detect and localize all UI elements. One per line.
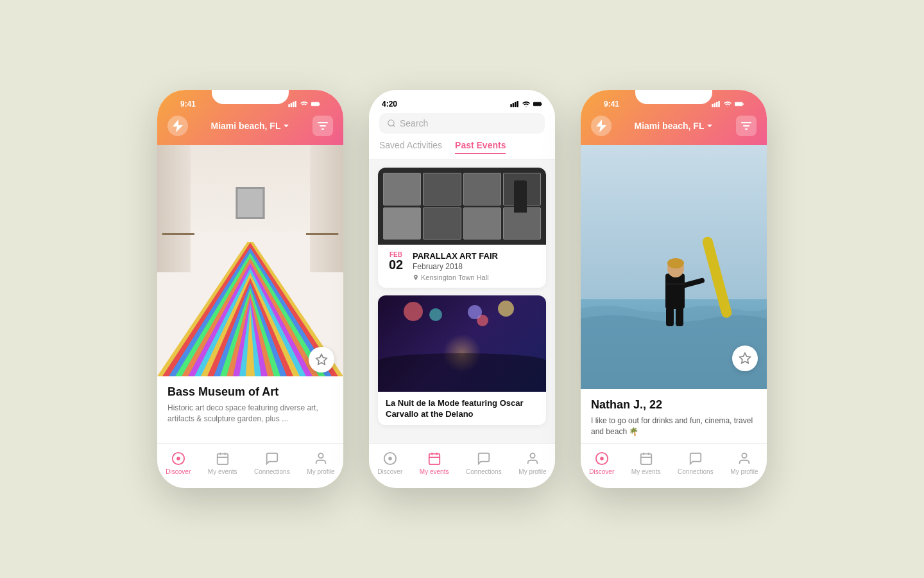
battery-icon-1	[311, 101, 320, 107]
nav-connections-3[interactable]: Connections	[678, 451, 714, 475]
nav-profile-3[interactable]: My profile	[730, 451, 758, 475]
svg-rect-64	[676, 307, 683, 326]
svg-rect-1	[291, 103, 293, 107]
frame-5	[383, 207, 421, 240]
wall-artwork	[236, 187, 265, 219]
left-rail	[162, 233, 194, 235]
profile-info: Nathan J., 22 I like to go out for drink…	[581, 389, 767, 443]
svg-rect-46	[712, 104, 714, 107]
notch-2	[424, 90, 501, 104]
party-deco-3	[498, 301, 514, 317]
events-label-2: My events	[420, 468, 449, 475]
nav-profile-2[interactable]: My profile	[518, 451, 546, 475]
connections-svg-1	[265, 451, 279, 466]
nav-discover-3[interactable]: Discover	[589, 451, 614, 475]
art-fair-visual	[378, 168, 546, 245]
location-text-3: Miami beach, FL	[635, 121, 705, 131]
lightning-icon-3[interactable]	[591, 116, 612, 136]
nav-discover-2[interactable]: Discover	[377, 451, 402, 475]
profile-label-3: My profile	[730, 468, 758, 475]
status-time-3: 9:41	[604, 100, 619, 109]
lightning-icon-1[interactable]	[167, 116, 188, 136]
event-name-1: PARALLAX ART FAIR	[413, 251, 538, 261]
nav-discover-1[interactable]: Discover	[166, 451, 191, 475]
event-image-1	[378, 168, 546, 245]
phone-3: 9:41 Miami beach, FL	[581, 90, 767, 488]
phone2-content: FEB 02 PARALLAX ART FAIR February 2018 K…	[369, 160, 555, 443]
svg-rect-6	[318, 122, 328, 123]
nav-events-2[interactable]: My events	[420, 451, 449, 475]
event-location-text-1: Kensington Town Hall	[421, 274, 489, 281]
party-title: La Nuit de la Mode featuring Oscar Carva…	[378, 392, 546, 425]
event-location-1: Kensington Town Hall	[413, 274, 538, 281]
search-placeholder: Search	[400, 118, 428, 128]
location-display-1[interactable]: Miami beach, FL	[211, 121, 290, 131]
svg-rect-53	[743, 125, 749, 127]
person-silhouette	[514, 180, 527, 213]
svg-rect-31	[510, 104, 512, 107]
save-button-1[interactable]	[309, 347, 334, 372]
nav-profile-1[interactable]: My profile	[307, 451, 334, 475]
profile-svg-3	[737, 451, 751, 466]
svg-rect-50	[735, 102, 742, 106]
svg-point-25	[176, 457, 180, 460]
svg-rect-2	[293, 102, 295, 107]
museum-title: Bass Museum of Art	[167, 385, 333, 399]
phone1-content: Bass Museum of Art Historic art deco spa…	[157, 145, 343, 443]
event-card-1[interactable]: FEB 02 PARALLAX ART FAIR February 2018 K…	[378, 168, 546, 288]
wifi-icon-1	[300, 101, 309, 107]
events-label-3: My events	[631, 468, 661, 475]
discover-label-1: Discover	[166, 468, 191, 475]
frame-2	[423, 173, 461, 206]
filter-icon-3[interactable]	[736, 116, 757, 136]
wifi-icon-3	[723, 101, 732, 107]
museum-card-image	[157, 145, 343, 376]
profile-icon-3	[737, 451, 752, 466]
profile-name: Nathan J., 22	[591, 398, 757, 412]
event-details-1: FEB 02 PARALLAX ART FAIR February 2018 K…	[378, 245, 546, 288]
location-display-3[interactable]: Miami beach, FL	[635, 121, 714, 131]
nav-events-1[interactable]: My events	[208, 451, 237, 475]
signal-icon-2	[510, 101, 519, 107]
svg-rect-32	[513, 103, 515, 107]
svg-rect-4	[311, 102, 319, 106]
status-icons-3	[712, 101, 744, 107]
svg-rect-5	[320, 103, 320, 105]
profile-desc: I like to go out for drinks and fun, cin…	[591, 416, 757, 437]
search-bar[interactable]: Search	[379, 113, 545, 134]
museum-desc: Historic art deco space featuring divers…	[167, 403, 333, 425]
event-info-1: PARALLAX ART FAIR February 2018 Kensingt…	[413, 251, 538, 281]
profile-svg-1	[314, 451, 328, 466]
svg-rect-35	[533, 102, 541, 106]
profile-svg-2	[526, 451, 540, 466]
tab-saved-activities[interactable]: Saved Activities	[379, 140, 442, 154]
phone-2: 4:20 Search Saved Activities Past Events	[369, 90, 555, 488]
events-label-1: My events	[208, 468, 237, 475]
chevron-down-icon-1	[283, 124, 289, 128]
events-icon-1	[215, 451, 230, 466]
filter-icon-1[interactable]	[312, 116, 333, 136]
connections-label-1: Connections	[254, 468, 290, 475]
star-icon-1	[315, 353, 328, 366]
bolt-svg-1	[173, 119, 183, 132]
nav-connections-1[interactable]: Connections	[254, 451, 290, 475]
discover-label-3: Discover	[589, 468, 614, 475]
save-button-3[interactable]	[732, 346, 758, 371]
svg-point-45	[530, 453, 535, 457]
bottom-nav-1: Discover My events Connections My profil…	[157, 443, 343, 488]
svg-point-66	[600, 457, 604, 460]
event-card-2[interactable]: La Nuit de la Mode featuring Oscar Carva…	[378, 295, 546, 425]
events-icon-3	[638, 451, 654, 466]
svg-point-40	[388, 457, 392, 460]
svg-point-59	[667, 258, 684, 268]
profile-label-2: My profile	[518, 468, 546, 475]
event-date-1: FEB 02	[386, 251, 406, 271]
tab-past-events[interactable]: Past Events	[455, 140, 506, 154]
nav-events-3[interactable]: My events	[631, 451, 661, 475]
svg-rect-52	[741, 122, 751, 123]
nav-connections-2[interactable]: Connections	[466, 451, 502, 475]
right-wall	[310, 145, 343, 272]
status-time-1: 9:41	[180, 100, 196, 109]
location-text-1: Miami beach, FL	[211, 121, 281, 131]
chevron-down-icon-3	[706, 124, 713, 128]
